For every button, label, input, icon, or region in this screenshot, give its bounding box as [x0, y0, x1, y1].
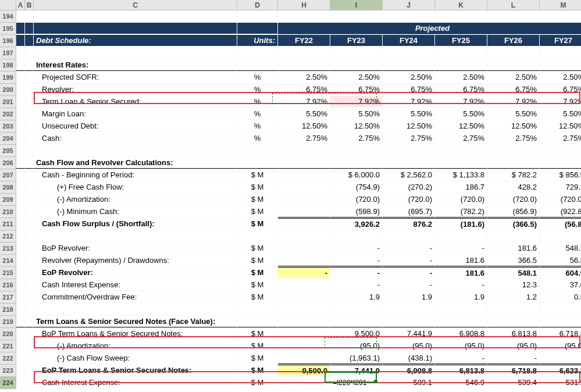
cell[interactable]	[278, 328, 330, 340]
row-header-220[interactable]: 220	[0, 328, 16, 340]
col-b[interactable]	[25, 243, 34, 254]
row-label[interactable]: Cash:	[34, 133, 237, 144]
units-cell[interactable]: %	[237, 108, 278, 120]
row-header-200[interactable]: 200	[0, 84, 16, 96]
row-label[interactable]: Cash Interest Expense:	[34, 377, 237, 389]
cell[interactable]: -	[540, 352, 581, 364]
col-b[interactable]	[25, 157, 34, 169]
row-header-197[interactable]: 197	[0, 47, 16, 59]
cell[interactable]: (95.0)	[487, 340, 540, 352]
cell[interactable]	[540, 47, 581, 59]
units-cell[interactable]	[237, 59, 278, 71]
col-a[interactable]	[16, 108, 25, 120]
cell[interactable]: 6,908.8	[435, 328, 487, 340]
row-header-203[interactable]: 203	[0, 120, 16, 133]
row-header-199[interactable]: 199	[0, 72, 16, 84]
col-b[interactable]	[25, 96, 34, 108]
col-header-J[interactable]: J	[383, 0, 435, 10]
row-header-221[interactable]: 221	[0, 340, 16, 352]
cell[interactable]: 1.9	[435, 291, 487, 303]
col-b[interactable]	[25, 47, 34, 59]
cell[interactable]: (720.0)	[540, 194, 581, 205]
row-label[interactable]: BoP Revolver:	[34, 243, 237, 254]
col-b[interactable]	[25, 10, 34, 22]
cell[interactable]: 428.2	[487, 181, 540, 193]
col-a[interactable]	[16, 316, 25, 327]
cell[interactable]	[278, 145, 330, 156]
row-label[interactable]: EoP Revolver:	[34, 267, 237, 279]
cell[interactable]: 7.92%	[435, 96, 487, 108]
row-label[interactable]: Revolver:	[34, 84, 237, 95]
cell[interactable]: 5.50%	[487, 108, 540, 120]
row-header-214[interactable]: 214	[0, 255, 16, 267]
cell[interactable]: 5.50%	[330, 108, 383, 120]
cell[interactable]: (856.9)	[487, 206, 540, 218]
units-cell[interactable]: $ M	[237, 352, 278, 364]
cell[interactable]	[435, 47, 487, 59]
row-label[interactable]: BoP Term Loans & Senior Secured Notes:	[34, 328, 237, 340]
col-header-corner[interactable]	[0, 0, 16, 10]
row-header-222[interactable]: 222	[0, 352, 16, 365]
cell[interactable]	[487, 157, 540, 169]
cell[interactable]: (754.9)	[330, 181, 383, 193]
col-b[interactable]	[25, 230, 34, 242]
cell[interactable]: 1.2	[487, 291, 540, 303]
col-b[interactable]	[25, 316, 34, 327]
row-label[interactable]: (-) Minimum Cash:	[34, 206, 237, 218]
cell[interactable]: 366.5	[487, 255, 540, 266]
col-b[interactable]	[25, 194, 34, 205]
col-b[interactable]	[25, 145, 34, 156]
cell[interactable]	[330, 230, 383, 242]
cell[interactable]	[330, 59, 383, 71]
col-a[interactable]	[16, 72, 25, 83]
cell[interactable]	[487, 47, 540, 59]
cell[interactable]: 6,813.8	[487, 328, 540, 340]
row-label[interactable]: Commitment/Overdraw Fee:	[34, 291, 237, 303]
cell[interactable]: 5.50%	[383, 108, 435, 120]
units-cell[interactable]	[237, 10, 278, 22]
col-header-K[interactable]: K	[435, 0, 487, 10]
row-header-202[interactable]: 202	[0, 108, 16, 120]
col-a[interactable]	[16, 328, 25, 340]
cell[interactable]: -	[330, 243, 383, 254]
cell[interactable]	[383, 230, 435, 242]
row-header-204[interactable]: 204	[0, 133, 16, 145]
row-header-195[interactable]: 195	[0, 23, 16, 35]
cell[interactable]	[330, 10, 383, 22]
col-header-A[interactable]: A	[16, 0, 25, 10]
cell[interactable]: (95.0)	[435, 340, 487, 352]
cell[interactable]	[540, 145, 581, 156]
row-label[interactable]: Margin Loan:	[34, 108, 237, 120]
cell[interactable]: (922.8)	[540, 206, 581, 218]
units-cell[interactable]: %	[237, 120, 278, 132]
row-header-205[interactable]: 205	[0, 145, 16, 157]
col-b[interactable]	[25, 84, 34, 95]
cell[interactable]	[540, 157, 581, 169]
cell[interactable]: -	[435, 352, 487, 364]
cell[interactable]: 0.5	[540, 291, 581, 303]
cell[interactable]	[278, 206, 330, 218]
units-cell[interactable]: $ M	[237, 377, 278, 389]
cell[interactable]	[330, 47, 383, 59]
row-header-194[interactable]: 194	[0, 10, 16, 23]
row-label[interactable]	[34, 304, 237, 315]
cell[interactable]	[278, 194, 330, 205]
cell[interactable]	[330, 145, 383, 156]
a[interactable]	[16, 23, 25, 34]
units-cell[interactable]: $ M	[237, 194, 278, 205]
col-a[interactable]	[16, 169, 25, 181]
row-label[interactable]: Cash - Beginning of Period:	[34, 169, 237, 181]
cell[interactable]: 9,500.0	[278, 365, 330, 376]
cell[interactable]: 6.75%	[540, 84, 581, 95]
col-b[interactable]	[25, 120, 34, 132]
cell[interactable]: 2.50%	[487, 72, 540, 83]
units-cell[interactable]: $ M	[237, 279, 278, 291]
cell[interactable]	[540, 10, 581, 22]
col-b[interactable]	[25, 328, 34, 340]
row-label[interactable]: (-) Amortization:	[34, 194, 237, 205]
cell[interactable]	[278, 316, 330, 327]
cell[interactable]	[435, 157, 487, 169]
col-header-M[interactable]: M	[540, 0, 581, 10]
cell[interactable]: 6,623.8	[540, 365, 581, 376]
cell[interactable]	[278, 377, 330, 389]
